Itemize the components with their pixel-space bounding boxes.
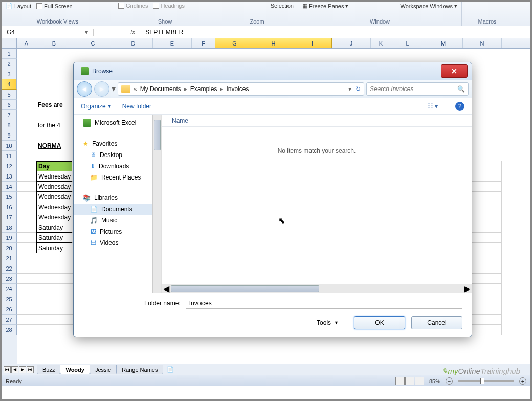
ribbon-zoom-selection[interactable]: Selection [271,3,294,9]
row-header-7[interactable]: 7 [2,110,17,120]
close-button[interactable]: ✕ [441,64,468,78]
ribbon-full-screen[interactable]: Full Screen [36,3,73,9]
ribbon-freeze-panes[interactable]: ▦ Freeze Panes ▾ [302,3,348,9]
cell-A1[interactable] [17,49,36,59]
ribbon-gridlines[interactable]: Gridlines [118,3,148,9]
folder-name-input[interactable] [186,298,462,309]
cell-I1[interactable] [293,49,332,59]
sidebar-downloads[interactable]: ⬇Downloads [74,161,161,172]
sidebar-desktop[interactable]: 🖥Desktop [74,149,161,161]
col-header-J[interactable]: J [332,38,371,48]
row-header-11[interactable]: 11 [2,151,17,161]
view-options-icon[interactable]: ☷ ▾ [428,103,438,110]
sheet-tab-range-names[interactable]: Range Names [116,365,163,374]
cancel-button[interactable]: Cancel [411,316,462,329]
cell-B13[interactable]: Wednesday [36,171,72,182]
cell-A21[interactable] [17,253,36,263]
row-header-9[interactable]: 9 [2,130,17,141]
view-page-layout[interactable] [405,377,414,385]
select-all-corner[interactable] [2,38,17,48]
cell-B23[interactable] [36,274,72,284]
dialog-titlebar[interactable]: Browse ✕ [74,62,472,80]
col-header-H[interactable]: H [254,38,293,48]
sidebar-libraries[interactable]: 📚Libraries [74,192,161,204]
cell-B8[interactable]: for the 4 [36,120,72,130]
cell-B7[interactable] [36,110,72,120]
breadcrumb[interactable]: « My Documents▸ Examples▸ Invoices ▾ ↻ [118,82,364,96]
cell-L1[interactable] [391,49,424,59]
cell-A24[interactable] [17,284,36,294]
files-h-scrollbar[interactable]: ◀ ▶ [162,284,472,293]
col-header-F[interactable]: F [192,38,215,48]
cell-A15[interactable] [17,192,36,202]
cell-B17[interactable]: Wednesday [36,212,72,222]
row-header-15[interactable]: 15 [2,192,17,202]
cell-A19[interactable] [17,233,36,243]
cell-B28[interactable] [36,325,72,335]
row-header-2[interactable]: 2 [2,59,17,69]
cell-B14[interactable]: Wednesday [36,182,72,192]
tab-nav-first[interactable]: ⏮ [4,366,11,373]
row-header-4[interactable]: 4 [2,79,17,90]
cell-A9[interactable] [17,130,36,141]
cell-B4[interactable] [36,79,72,90]
cell-A16[interactable] [17,202,36,212]
search-box[interactable]: 🔍 [366,82,469,96]
ribbon-headings[interactable]: Headings [153,3,184,9]
cell-B16[interactable]: Wednesday [36,202,72,212]
cell-B22[interactable] [36,263,72,274]
tools-dropdown[interactable]: Tools ▼ [317,319,339,326]
row-header-18[interactable]: 18 [2,222,17,233]
cell-A2[interactable] [17,59,36,69]
bc-mydocs[interactable]: My Documents [140,85,181,93]
new-folder-button[interactable]: New folder [122,103,151,110]
cell-B6[interactable]: Fees are [36,100,72,110]
ribbon-workspace-windows[interactable]: Workspace Windows ▾ [401,3,458,9]
row-header-14[interactable]: 14 [2,182,17,192]
sidebar-pictures[interactable]: 🖼Pictures [74,226,161,237]
sidebar-music[interactable]: 🎵Music [74,215,161,226]
ok-button[interactable]: OK [354,316,405,329]
files-column-name[interactable]: Name [162,115,472,127]
cell-B1[interactable] [36,49,72,59]
cell-B3[interactable] [36,69,72,79]
sheet-tab-woody[interactable]: Woody [60,365,90,374]
cell-B20[interactable]: Saturday [36,243,72,253]
cell-B26[interactable] [36,304,72,315]
row-header-13[interactable]: 13 [2,171,17,182]
forward-button[interactable]: ► [94,81,109,97]
cell-B19[interactable]: Saturday [36,233,72,243]
cell-G1[interactable] [215,49,254,59]
cell-A25[interactable] [17,294,36,304]
name-box[interactable]: G4▾ [2,29,94,36]
cell-A13[interactable] [17,171,36,182]
sidebar-documents[interactable]: 📄Documents [74,204,161,215]
sidebar-scrollbar[interactable] [152,115,161,293]
cell-A12[interactable] [17,161,36,171]
cell-B24[interactable] [36,284,72,294]
zoom-slider[interactable] [458,380,514,382]
cell-B11[interactable] [36,151,72,161]
col-header-N[interactable]: N [463,38,502,48]
cell-A3[interactable] [17,69,36,79]
new-sheet-icon[interactable]: 📄 [167,366,174,373]
row-header-20[interactable]: 20 [2,243,17,253]
col-header-G[interactable]: G [215,38,254,48]
ribbon-layout[interactable]: 📄Layout [6,3,31,9]
zoom-out[interactable]: − [446,377,453,385]
cell-B9[interactable] [36,130,72,141]
back-button[interactable]: ◄ [77,81,92,97]
cell-J1[interactable] [332,49,371,59]
view-page-break[interactable] [415,377,424,385]
zoom-pct[interactable]: 85% [429,378,440,384]
sheet-tab-jessie[interactable]: Jessie [90,365,117,374]
cell-A10[interactable] [17,141,36,151]
row-header-10[interactable]: 10 [2,141,17,151]
row-header-19[interactable]: 19 [2,233,17,243]
bc-examples[interactable]: Examples [190,85,217,93]
row-header-17[interactable]: 17 [2,212,17,222]
cell-A6[interactable] [17,100,36,110]
row-header-8[interactable]: 8 [2,120,17,130]
cell-A26[interactable] [17,304,36,315]
search-icon[interactable]: 🔍 [457,85,465,93]
